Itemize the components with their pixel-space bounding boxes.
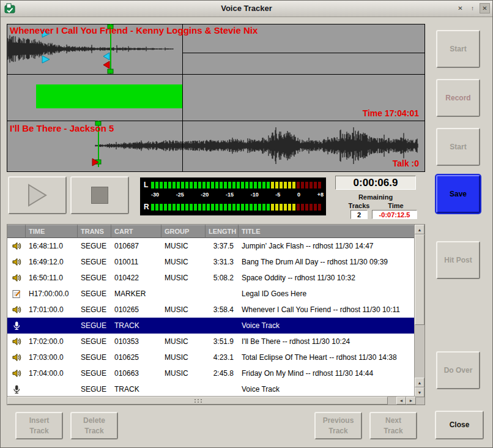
column-header-group[interactable]: GROUP	[161, 225, 206, 238]
cell-length: 3:31.3	[206, 258, 239, 266]
cell-length: 5:08.2	[206, 274, 239, 282]
window-controls: ✕ ↑ ✕	[455, 3, 490, 13]
speaker-icon	[7, 353, 26, 362]
column-header-trans[interactable]: TRANS	[78, 225, 111, 238]
stop-button[interactable]	[70, 176, 129, 214]
column-header-length[interactable]: LENGTH	[206, 225, 239, 238]
log-row[interactable]: 17:04:00.0SEGUE010663MUSIC2:45.8Friday O…	[7, 365, 416, 381]
cell-time: 17:03:00.0	[26, 353, 78, 362]
next-track-button[interactable]: Next Track	[369, 412, 417, 439]
column-header-cart[interactable]: CART	[111, 225, 161, 238]
meter-segment	[215, 204, 218, 211]
meter-segment	[305, 204, 308, 211]
cell-time: 16:50:11.0	[26, 274, 78, 282]
cell-length: 2:45.8	[206, 369, 239, 378]
cell-title: Space Oddity -- rdhost 11/30 10:32	[239, 274, 416, 282]
record-button[interactable]: Record	[436, 79, 480, 117]
start-next-button[interactable]: Start	[436, 128, 480, 166]
start-segue-button[interactable]: Start	[436, 30, 480, 68]
cell-title: Voice Track	[239, 321, 416, 330]
meter-segment	[185, 182, 188, 189]
scroll-right-icon[interactable]: ►	[406, 397, 416, 405]
meter-segment	[220, 204, 223, 211]
column-header-time[interactable]: TIME	[26, 225, 78, 238]
cell-trans: SEGUE	[78, 242, 111, 250]
cell-cart: 010663	[111, 369, 161, 378]
speaker-icon	[7, 305, 26, 315]
log-row[interactable]: SEGUETRACKVoice Track	[7, 318, 416, 334]
titlebar[interactable]: Voice Tracker ✕ ↑ ✕	[1, 1, 492, 17]
close-button[interactable]: Close	[435, 411, 484, 439]
meter-segment	[220, 182, 223, 189]
log-row[interactable]: 16:49:12.0SEGUE010011MUSIC3:31.3Bang The…	[7, 254, 416, 270]
cell-length: 3:58.4	[206, 305, 239, 314]
cell-title: Jumpin' Jack Flash -- rdhost 11/30 14:47	[239, 242, 416, 250]
log-row[interactable]: 17:01:00.0SEGUE010265MUSIC3:58.4Whenever…	[7, 302, 416, 318]
previous-track-button[interactable]: Previous Track	[314, 412, 362, 439]
scroll-left-icon[interactable]: ◄	[396, 397, 406, 405]
meter-scale-label: -15	[226, 192, 234, 198]
scroll-up-icon[interactable]: ▲	[415, 378, 424, 387]
meter-segment	[177, 204, 180, 211]
meter-segment	[271, 182, 274, 189]
meter-scale-label: -5	[275, 192, 280, 198]
cell-title: Friday On My Mind -- rdhost 11/30 14:44	[239, 369, 416, 378]
log-row[interactable]: 17:03:00.0SEGUE010625MUSIC4:23.1Total Ec…	[7, 349, 416, 365]
play-button[interactable]	[8, 176, 67, 214]
elapsed-time-display: 0:00:06.9	[335, 176, 416, 190]
meter-segment	[314, 182, 317, 189]
waveform-canvas[interactable]	[7, 24, 425, 172]
log-row[interactable]: H17:00:00.0SEGUEMARKERLegal ID Goes Here	[7, 286, 416, 302]
log-row[interactable]: 16:48:11.0SEGUE010687MUSIC3:37.5Jumpin' …	[7, 238, 416, 254]
insert-track-button[interactable]: Insert Track	[15, 412, 63, 439]
log-row[interactable]: 16:50:11.0SEGUE010422MUSIC5:08.2Space Od…	[7, 270, 416, 286]
play-icon	[27, 183, 48, 207]
cell-cart: TRACK	[111, 321, 161, 330]
scroll-down-icon[interactable]: ▼	[415, 387, 424, 397]
window-close-button[interactable]: ✕	[480, 3, 490, 13]
vertical-scrollbar[interactable]: ▲ ▲ ▼	[414, 225, 424, 405]
horizontal-scrollbar[interactable]: ◄ ►	[7, 396, 416, 405]
meter-segment	[155, 182, 158, 189]
log-row[interactable]: 17:02:00.0SEGUE010353MUSIC3:51.9I'll Be …	[7, 334, 416, 349]
speaker-icon	[7, 337, 26, 346]
meter-segment	[164, 182, 167, 189]
vscroll-thumb[interactable]	[415, 234, 424, 325]
cell-length: 3:37.5	[206, 242, 239, 250]
meter-segment	[318, 204, 321, 211]
cell-trans: SEGUE	[78, 353, 111, 362]
save-button[interactable]: Save	[436, 175, 480, 213]
cell-title: Voice Track	[239, 385, 416, 394]
scroll-up-icon[interactable]: ▲	[415, 225, 424, 234]
delete-track-button[interactable]: Delete Track	[70, 412, 118, 439]
meter-segment	[250, 204, 253, 211]
cell-cart: 010265	[111, 305, 161, 314]
voicetrack-region-bar[interactable]	[36, 84, 182, 108]
meter-segment	[271, 204, 274, 211]
meter-segment	[198, 182, 201, 189]
mic-icon	[7, 384, 26, 394]
meter-segment	[301, 182, 304, 189]
cell-trans: SEGUE	[78, 369, 111, 378]
do-over-button[interactable]: Do Over	[436, 351, 480, 389]
remaining-tracks-value: 2	[350, 210, 368, 219]
column-header-title[interactable]: TITLE	[239, 225, 416, 238]
waveform-display[interactable]: Whenever I Call You Friend - Kenny Loggi…	[7, 24, 425, 172]
hscroll-thumb[interactable]	[7, 397, 388, 405]
thumb-grip	[198, 399, 199, 400]
cursor-handle[interactable]	[108, 69, 113, 73]
window-maximize-button[interactable]: ↑	[467, 3, 478, 13]
cell-cart: 010011	[111, 258, 161, 266]
column-header-icon[interactable]	[7, 225, 26, 238]
meter-segment	[194, 204, 197, 211]
remaining-label: Remaining	[334, 193, 417, 201]
cell-title: I'll Be There -- rdhost 11/30 10:24	[239, 337, 416, 346]
meter-segment	[310, 182, 313, 189]
log-row[interactable]: SEGUETRACKVoice Track	[7, 381, 416, 397]
cell-trans: SEGUE	[78, 289, 111, 298]
meter-segment	[228, 182, 231, 189]
window-button-left[interactable]: ✕	[455, 3, 465, 13]
hit-post-button[interactable]: Hit Post	[436, 241, 480, 279]
meter-segment	[177, 182, 180, 189]
meter-segment	[194, 182, 197, 189]
